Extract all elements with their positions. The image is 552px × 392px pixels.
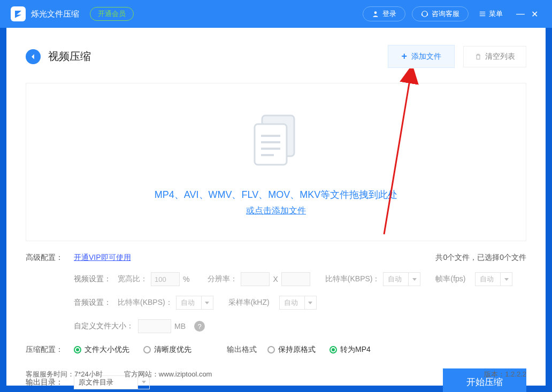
resolution-height-input[interactable] xyxy=(281,272,310,286)
menu-button[interactable]: 菜单 xyxy=(478,9,503,19)
radio-icon xyxy=(267,346,275,353)
titlebar: 烁光文件压缩 开通会员 登录 咨询客服 菜单 — ✕ xyxy=(0,0,552,28)
clear-list-button[interactable]: 清空列表 xyxy=(463,46,526,67)
footer: 客服服务时间：7*24小时 官方网站：www.iziptool.com 版本：1… xyxy=(26,370,526,379)
svg-point-0 xyxy=(374,11,377,14)
close-button[interactable]: ✕ xyxy=(527,7,541,21)
service-hours: 客服服务时间：7*24小时 xyxy=(26,370,103,379)
resolution-sep: X xyxy=(273,275,278,283)
app-title: 烁光文件压缩 xyxy=(31,9,79,19)
custom-size-label: 自定义文件大小： xyxy=(74,321,134,331)
radio-icon xyxy=(329,346,337,353)
back-button[interactable] xyxy=(26,49,41,64)
video-bitrate-label: 比特率(KBPS)： xyxy=(325,274,380,284)
video-settings-row: 视频设置： 宽高比： % 分辨率： X 比特率(KBPS)： 自动 帧率(fps… xyxy=(74,272,526,286)
svg-point-1 xyxy=(422,11,428,17)
audio-bitrate-label: 比特率(KBPS)： xyxy=(118,298,173,308)
video-bitrate-select[interactable]: 自动 xyxy=(383,272,409,286)
audio-settings-row: 音频设置： 比特率(KBPS)： 自动 采样率(kHZ) 自动 xyxy=(74,296,526,310)
minimize-button[interactable]: — xyxy=(513,7,527,21)
login-label: 登录 xyxy=(382,9,396,19)
add-file-label: 添加文件 xyxy=(411,52,441,62)
radio-icon xyxy=(143,346,151,353)
custom-size-input[interactable] xyxy=(138,319,171,333)
version-text: 版本：1.2.2.2 xyxy=(484,370,526,379)
compress-config-row: 压缩配置： 文件大小优先 清晰度优先 输出格式 保持原格式 转为MP4 xyxy=(26,345,526,355)
document-icon xyxy=(244,108,308,172)
resolution-width-input[interactable] xyxy=(241,272,270,286)
main-panel: 视频压缩 + 添加文件 清空列表 MP4、AVI、WMV、FLV、MOV、MKV… xyxy=(6,28,546,386)
audio-bitrate-select[interactable]: 自动 xyxy=(176,296,202,310)
menu-label: 菜单 xyxy=(489,9,503,19)
video-settings-label: 视频设置： xyxy=(74,274,111,284)
page-header: 视频压缩 + 添加文件 清空列表 xyxy=(26,45,526,68)
chevron-down-icon[interactable] xyxy=(305,296,317,310)
plus-icon: + xyxy=(401,51,407,62)
add-file-button[interactable]: + 添加文件 xyxy=(388,45,455,68)
page-title: 视频压缩 xyxy=(48,49,388,64)
support-button[interactable]: 咨询客服 xyxy=(412,6,469,21)
fps-select[interactable]: 自动 xyxy=(475,272,501,286)
clear-list-label: 清空列表 xyxy=(485,52,515,62)
dropzone-click-link[interactable]: 或点击添加文件 xyxy=(246,205,306,217)
app-logo xyxy=(11,6,26,21)
advanced-config-row: 高级配置： 开通VIP即可使用 共0个文件，已选择0个文件 xyxy=(26,253,526,263)
radio-to-mp4[interactable]: 转为MP4 xyxy=(329,345,371,355)
custom-size-unit: MB xyxy=(174,322,186,330)
file-count-text: 共0个文件，已选择0个文件 xyxy=(435,253,526,263)
custom-size-row: 自定义文件大小： MB ? xyxy=(74,319,526,333)
aspect-unit: % xyxy=(183,275,189,283)
resolution-label: 分辨率： xyxy=(208,274,237,284)
chevron-down-icon[interactable] xyxy=(202,296,213,310)
login-button[interactable]: 登录 xyxy=(363,6,405,21)
output-format-label: 输出格式 xyxy=(227,345,257,355)
support-label: 咨询客服 xyxy=(432,9,459,19)
chevron-down-icon[interactable] xyxy=(501,272,512,286)
radio-size-priority[interactable]: 文件大小优先 xyxy=(74,345,129,355)
samplerate-select[interactable]: 自动 xyxy=(279,296,305,310)
chevron-down-icon[interactable] xyxy=(409,272,420,286)
dropzone-formats-text: MP4、AVI、WMV、FLV、MOV、MKV等文件拖拽到此处 xyxy=(155,188,397,201)
official-website[interactable]: 官方网站：www.iziptool.com xyxy=(124,370,212,379)
samplerate-label: 采样率(kHZ) xyxy=(228,298,270,308)
svg-rect-6 xyxy=(255,124,287,165)
open-vip-link[interactable]: 开通VIP即可使用 xyxy=(74,253,131,263)
open-vip-button[interactable]: 开通会员 xyxy=(90,7,134,21)
dropzone[interactable]: MP4、AVI、WMV、FLV、MOV、MKV等文件拖拽到此处 或点击添加文件 xyxy=(26,83,526,241)
fps-label: 帧率(fps) xyxy=(435,274,465,284)
aspect-ratio-label: 宽高比： xyxy=(118,274,148,284)
advanced-config-label: 高级配置： xyxy=(26,253,74,263)
radio-icon xyxy=(74,346,81,353)
radio-keep-format[interactable]: 保持原格式 xyxy=(267,345,316,355)
audio-settings-label: 音频设置： xyxy=(74,298,111,308)
compress-config-label: 压缩配置： xyxy=(26,345,74,355)
help-icon[interactable]: ? xyxy=(194,321,205,332)
aspect-ratio-input[interactable] xyxy=(151,272,180,286)
radio-clarity-priority[interactable]: 清晰度优先 xyxy=(143,345,191,355)
